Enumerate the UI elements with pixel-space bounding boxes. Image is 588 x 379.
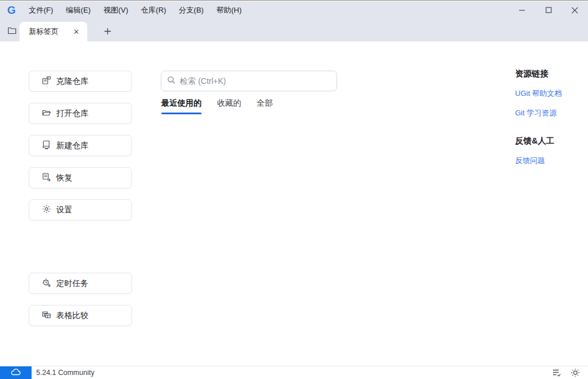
app-window: G 文件(F) 编辑(E) 视图(V) 仓库(R) 分支(B) 帮助(H) bbox=[0, 0, 588, 379]
menu-branch[interactable]: 分支(B) bbox=[172, 2, 210, 19]
statusbar: 5.24.1 Community bbox=[0, 366, 588, 379]
menu-view[interactable]: 视图(V) bbox=[97, 2, 134, 19]
tab-all[interactable]: 全部 bbox=[257, 98, 273, 114]
table-compare-icon bbox=[42, 310, 51, 322]
table-compare-button[interactable]: 表格比较 bbox=[29, 305, 132, 326]
open-repo-button[interactable]: 打开仓库 bbox=[29, 103, 132, 124]
repo-restore-icon bbox=[42, 172, 51, 184]
tab-recently-used[interactable]: 最近使用的 bbox=[161, 98, 202, 114]
repo-new-icon bbox=[42, 140, 51, 152]
tab-new-page[interactable]: 新标签页 ✕ bbox=[20, 22, 87, 41]
menu-help[interactable]: 帮助(H) bbox=[210, 2, 248, 19]
button-label: 表格比较 bbox=[56, 311, 88, 321]
menu-file[interactable]: 文件(F) bbox=[22, 2, 60, 19]
right-panel: 资源链接 UGit 帮助文档 Git 学习资源 反馈&人工 反馈问题 bbox=[515, 68, 584, 175]
theme-toggle-sun-icon[interactable] bbox=[570, 367, 581, 378]
button-label: 设置 bbox=[56, 205, 72, 215]
button-label: 打开仓库 bbox=[56, 109, 88, 119]
menubar: 文件(F) 编辑(E) 视图(V) 仓库(R) 分支(B) 帮助(H) bbox=[22, 2, 248, 19]
resources-heading: 资源链接 bbox=[515, 68, 584, 79]
gear-icon bbox=[42, 204, 51, 216]
maximize-button[interactable] bbox=[535, 1, 562, 19]
minimize-button[interactable] bbox=[509, 1, 535, 19]
titlebar: G 文件(F) 编辑(E) 视图(V) 仓库(R) 分支(B) 帮助(H) bbox=[0, 1, 588, 19]
menu-edit[interactable]: 编辑(E) bbox=[60, 2, 97, 19]
new-repo-button[interactable]: 新建仓库 bbox=[29, 135, 132, 156]
scheduled-task-button[interactable]: 定时任务 bbox=[29, 273, 132, 294]
cloud-icon bbox=[11, 368, 21, 378]
tab-favorites[interactable]: 收藏的 bbox=[217, 98, 241, 114]
tab-list-folder-icon[interactable] bbox=[5, 23, 20, 38]
repo-clone-icon bbox=[42, 76, 51, 87]
clone-repo-button[interactable]: 克隆仓库 bbox=[29, 71, 132, 92]
link-git-learning[interactable]: Git 学习资源 bbox=[515, 108, 584, 118]
main-content: 克隆仓库 打开仓库 新建仓库 bbox=[0, 41, 588, 366]
version-label: 5.24.1 Community bbox=[36, 369, 94, 377]
restore-button[interactable]: 恢复 bbox=[29, 167, 132, 188]
window-controls bbox=[509, 1, 588, 19]
close-button[interactable] bbox=[562, 1, 588, 19]
button-label: 定时任务 bbox=[56, 279, 88, 289]
settings-button[interactable]: 设置 bbox=[29, 199, 132, 221]
repo-filter-tabs: 最近使用的 收藏的 全部 bbox=[161, 98, 273, 114]
search-input[interactable] bbox=[180, 76, 331, 86]
cloud-sync-button[interactable] bbox=[0, 366, 32, 379]
tabbar: 新标签页 ✕ bbox=[0, 19, 588, 41]
feedback-heading: 反馈&人工 bbox=[515, 136, 584, 146]
search-box bbox=[161, 71, 337, 91]
button-label: 新建仓库 bbox=[56, 141, 88, 151]
menu-repository[interactable]: 仓库(R) bbox=[134, 2, 172, 19]
tab-close-icon[interactable]: ✕ bbox=[71, 26, 82, 37]
link-feedback-issue[interactable]: 反馈问题 bbox=[515, 156, 584, 166]
task-log-icon[interactable] bbox=[551, 367, 563, 378]
search-icon bbox=[167, 76, 176, 87]
tab-label: 新标签页 bbox=[29, 26, 71, 37]
app-logo-icon: G bbox=[5, 4, 18, 17]
scheduled-task-icon bbox=[42, 278, 51, 289]
folder-open-icon bbox=[42, 108, 51, 119]
button-label: 恢复 bbox=[56, 173, 72, 183]
button-label: 克隆仓库 bbox=[56, 76, 88, 87]
link-ugit-help-docs[interactable]: UGit 帮助文档 bbox=[515, 88, 584, 99]
new-tab-button[interactable] bbox=[100, 24, 115, 38]
